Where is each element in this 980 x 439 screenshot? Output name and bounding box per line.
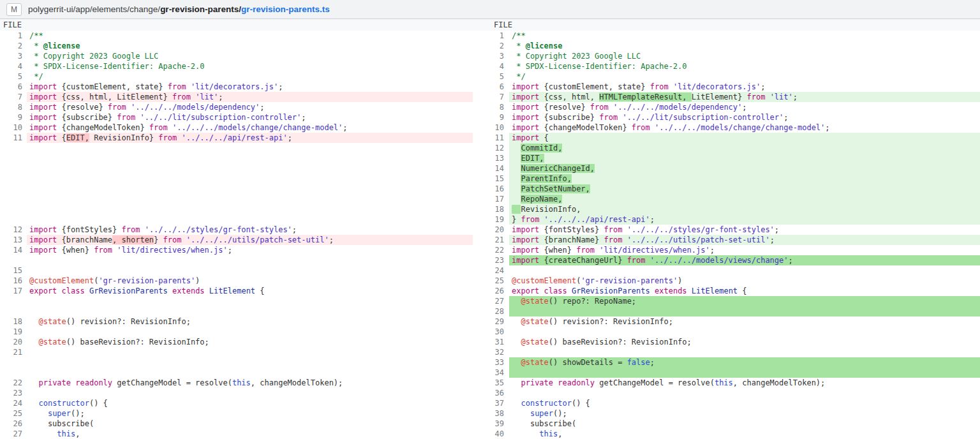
code-line[interactable]	[27, 174, 473, 184]
line-number[interactable]: 38	[473, 408, 509, 419]
code-line[interactable]: import {css, html, HTMLTemplateResult, L…	[509, 92, 980, 102]
code-line[interactable]: import {customElement, state} from 'lit/…	[27, 82, 473, 92]
code-line[interactable]	[509, 388, 980, 398]
line-number[interactable]: 10	[473, 123, 509, 133]
line-number[interactable]: 34	[473, 368, 509, 378]
code-line[interactable]: import {EDIT, RevisionInfo} from '../../…	[27, 133, 473, 143]
line-number[interactable]: 29	[473, 316, 509, 327]
code-line[interactable]: @state() revision?: RevisionInfo;	[27, 316, 473, 327]
code-line[interactable]: import {fontStyles} from '../../../style…	[509, 225, 980, 235]
code-line[interactable]	[27, 368, 473, 378]
code-line[interactable]: * Copyright 2023 Google LLC	[27, 51, 473, 61]
code-line[interactable]: RevisionInfo,	[509, 204, 980, 214]
code-line[interactable]	[509, 265, 980, 276]
line-number[interactable]: 33	[473, 357, 509, 368]
code-line[interactable]	[27, 306, 473, 316]
code-line[interactable]: /**	[509, 31, 980, 41]
code-line[interactable]	[27, 204, 473, 214]
code-line[interactable]: import {customElement, state} from 'lit/…	[509, 82, 980, 92]
line-number[interactable]: 7	[0, 92, 27, 102]
code-line[interactable]: @state() showDetails = false;	[509, 357, 980, 368]
code-line[interactable]: import {subscribe} from '../../lit/subsc…	[27, 112, 473, 123]
code-line[interactable]: PatchSetNumber,	[509, 184, 980, 194]
code-line[interactable]	[509, 368, 980, 378]
line-number[interactable]: 6	[473, 82, 509, 92]
code-line[interactable]: subscribe(	[509, 419, 980, 429]
code-line[interactable]: import {when} from 'lit/directives/when.…	[27, 245, 473, 255]
line-number[interactable]: 12	[0, 225, 27, 235]
code-line[interactable]: subscribe(	[27, 419, 473, 429]
code-line[interactable]: import {when} from 'lit/directives/when.…	[509, 245, 980, 255]
line-number[interactable]: 16	[0, 276, 27, 286]
code-line[interactable]: @customElement('gr-revision-parents')	[509, 276, 980, 286]
line-number[interactable]: 19	[473, 214, 509, 225]
line-number[interactable]: 27	[0, 429, 27, 439]
line-number[interactable]: 18	[0, 316, 27, 327]
line-number[interactable]: 26	[473, 286, 509, 296]
code-line[interactable]: */	[509, 71, 980, 82]
line-number[interactable]: 25	[473, 276, 509, 286]
code-line[interactable]: super();	[509, 408, 980, 419]
line-number[interactable]: 14	[0, 245, 27, 255]
code-line[interactable]: import {resolve} from '../../../models/d…	[27, 102, 473, 112]
line-number[interactable]: 22	[473, 245, 509, 255]
code-line[interactable]: ParentInfo,	[509, 174, 980, 184]
line-number[interactable]: 21	[473, 235, 509, 245]
line-number[interactable]: 9	[473, 112, 509, 123]
line-number[interactable]: 20	[0, 337, 27, 347]
file-row-right[interactable]: FILE	[473, 19, 980, 31]
line-number[interactable]: 21	[0, 347, 27, 357]
code-line[interactable]: import {createChangeUrl} from '../../../…	[509, 255, 980, 265]
code-line[interactable]	[27, 388, 473, 398]
line-number[interactable]: 15	[473, 174, 509, 184]
code-line[interactable]: * @license	[27, 41, 473, 51]
code-line[interactable]: * SPDX-License-Identifier: Apache-2.0	[27, 61, 473, 71]
code-line[interactable]: export class GrRevisionParents extends L…	[509, 286, 980, 296]
code-line[interactable]: constructor() {	[27, 398, 473, 408]
line-number[interactable]: 17	[0, 286, 27, 296]
line-number[interactable]: 2	[473, 41, 509, 51]
line-number[interactable]: 20	[473, 225, 509, 235]
code-line[interactable]	[27, 184, 473, 194]
line-number[interactable]: 4	[0, 61, 27, 71]
code-line[interactable]	[27, 296, 473, 306]
line-number[interactable]: 7	[473, 92, 509, 102]
file-name-link[interactable]: gr-revision-parents.ts	[241, 4, 330, 14]
code-line[interactable]: import {	[509, 133, 980, 143]
line-number[interactable]: 3	[473, 51, 509, 61]
code-line[interactable]: CommitId,	[509, 143, 980, 153]
line-number[interactable]: 28	[473, 306, 509, 316]
code-line[interactable]: import {resolve} from '../../../models/d…	[509, 102, 980, 112]
code-line[interactable]: super();	[27, 408, 473, 419]
line-number[interactable]: 30	[473, 327, 509, 337]
line-number[interactable]: 19	[0, 327, 27, 337]
line-number[interactable]: 40	[473, 429, 509, 439]
line-number[interactable]: 11	[473, 133, 509, 143]
code-line[interactable]: import {changeModelToken} from '../../..…	[509, 123, 980, 133]
code-line[interactable]: import {css, html, LitElement} from 'lit…	[27, 92, 473, 102]
line-number[interactable]: 39	[473, 419, 509, 429]
code-line[interactable]	[27, 347, 473, 357]
code-line[interactable]	[27, 163, 473, 174]
line-number[interactable]: 25	[0, 408, 27, 419]
code-line[interactable]	[509, 347, 980, 357]
code-line[interactable]: import {branchName} from '../../../utils…	[509, 235, 980, 245]
code-line[interactable]: @state() repo?: RepoName;	[509, 296, 980, 306]
line-number[interactable]: 27	[473, 296, 509, 306]
line-number[interactable]: 13	[473, 153, 509, 163]
line-number[interactable]: 1	[0, 31, 27, 41]
line-number[interactable]: 17	[473, 194, 509, 204]
line-number[interactable]: 10	[0, 123, 27, 133]
line-number[interactable]: 8	[473, 102, 509, 112]
code-line[interactable]: @state() revision?: RevisionInfo;	[509, 316, 980, 327]
line-number[interactable]: 14	[473, 163, 509, 174]
code-line[interactable]: NumericChangeId,	[509, 163, 980, 174]
code-line[interactable]: import {fontStyles} from '../../../style…	[27, 225, 473, 235]
code-line[interactable]: * Copyright 2023 Google LLC	[509, 51, 980, 61]
line-number[interactable]: 15	[0, 265, 27, 276]
code-line[interactable]: @customElement('gr-revision-parents')	[27, 276, 473, 286]
code-line[interactable]	[509, 306, 980, 316]
code-line[interactable]: EDIT,	[509, 153, 980, 163]
code-line[interactable]: private readonly getChangeModel = resolv…	[509, 378, 980, 388]
code-line[interactable]	[27, 327, 473, 337]
